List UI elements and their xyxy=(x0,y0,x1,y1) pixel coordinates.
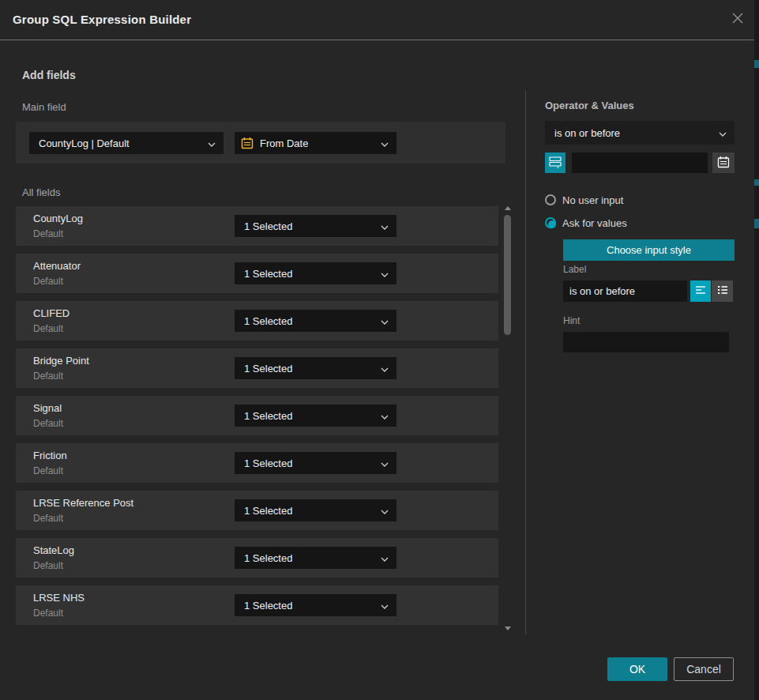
field-values-select[interactable]: 1 Selected xyxy=(235,405,396,427)
scrollbar-down-arrow[interactable] xyxy=(505,627,511,630)
field-name: Signal xyxy=(33,402,62,414)
field-layer-label: Default xyxy=(33,228,63,239)
field-row: Bridge Point Default 1 Selected xyxy=(16,348,498,388)
operator-select[interactable]: is on or before xyxy=(545,121,735,145)
field-values-select[interactable]: 1 Selected xyxy=(235,547,396,569)
background-app-strip xyxy=(754,0,759,700)
chevron-down-icon xyxy=(381,551,389,565)
dialog-titlebar: Group SQL Expression Builder xyxy=(0,0,754,40)
field-values-select-value: 1 Selected xyxy=(235,505,292,517)
background-fragment xyxy=(754,179,759,186)
close-button[interactable] xyxy=(728,10,747,29)
field-name: CLIFED xyxy=(33,307,70,319)
field-values-select[interactable]: 1 Selected xyxy=(235,594,396,616)
field-layer-label: Default xyxy=(33,513,63,524)
group-sql-expression-builder-dialog: Group SQL Expression Builder Add fields … xyxy=(0,0,759,700)
text-input-style-icon xyxy=(695,285,706,297)
field-row: CLIFED Default 1 Selected xyxy=(16,301,498,341)
field-name: Bridge Point xyxy=(33,355,89,367)
value-date-input[interactable] xyxy=(572,152,708,173)
field-values-select-value: 1 Selected xyxy=(235,410,292,422)
close-icon xyxy=(731,12,744,28)
field-values-select-value: 1 Selected xyxy=(235,315,292,327)
chevron-down-icon xyxy=(381,456,389,470)
dialog-title: Group SQL Expression Builder xyxy=(13,0,191,40)
radio-label: Ask for values xyxy=(562,217,627,229)
date-picker-button[interactable] xyxy=(712,152,735,173)
radio-no-user-input[interactable]: No user input xyxy=(545,194,623,206)
choose-input-style-button[interactable]: Choose input style xyxy=(563,239,735,261)
hint-input[interactable] xyxy=(563,332,729,352)
main-field-select-value: From Date xyxy=(254,137,308,149)
field-name: Attenuator xyxy=(33,260,81,272)
field-layer-label: Default xyxy=(33,371,63,382)
scrollbar-up-arrow[interactable] xyxy=(505,206,511,210)
field-values-select-value: 1 Selected xyxy=(235,457,292,469)
operator-select-value: is on or before xyxy=(545,127,620,139)
radio-circle-icon xyxy=(545,194,556,205)
chevron-down-icon xyxy=(381,314,389,328)
chevron-down-icon xyxy=(381,266,389,280)
chevron-down-icon xyxy=(381,503,389,517)
field-values-select[interactable]: 1 Selected xyxy=(235,215,396,237)
scrollbar-thumb[interactable] xyxy=(504,215,511,335)
field-layer-label: Default xyxy=(33,560,63,571)
input-style-text-button[interactable] xyxy=(690,280,711,302)
operator-values-heading: Operator & Values xyxy=(545,100,634,111)
field-values-select-value: 1 Selected xyxy=(235,268,292,280)
add-fields-heading: Add fields xyxy=(22,69,76,81)
field-values-select[interactable]: 1 Selected xyxy=(235,310,396,332)
all-fields-label: All fields xyxy=(22,186,60,198)
panel-divider xyxy=(525,91,526,634)
field-row: StateLog Default 1 Selected xyxy=(16,538,498,578)
chevron-down-icon xyxy=(381,361,389,375)
background-fragment xyxy=(754,219,759,228)
label-input[interactable] xyxy=(563,280,687,302)
field-row: Signal Default 1 Selected xyxy=(16,396,498,435)
chevron-down-icon xyxy=(381,219,389,233)
field-layer-label: Default xyxy=(33,608,63,619)
field-row: Attenuator Default 1 Selected xyxy=(16,254,498,293)
field-name: StateLog xyxy=(33,544,74,556)
chevron-down-icon xyxy=(381,598,389,612)
field-row: CountyLog Default 1 Selected xyxy=(16,206,498,246)
field-layer-label: Default xyxy=(33,276,63,287)
radio-label: No user input xyxy=(562,194,623,206)
cancel-button[interactable]: Cancel xyxy=(674,657,734,681)
unique-values-button[interactable] xyxy=(545,152,565,173)
field-values-select-value: 1 Selected xyxy=(235,363,292,374)
field-name: Friction xyxy=(33,450,67,461)
field-values-select-value: 1 Selected xyxy=(235,220,292,232)
field-row: LRSE Reference Post Default 1 Selected xyxy=(16,491,498,530)
label-field-label: Label xyxy=(563,264,586,275)
unique-values-icon xyxy=(549,156,562,171)
main-layer-select[interactable]: CountyLog | Default xyxy=(29,132,224,154)
chevron-down-icon xyxy=(208,136,216,150)
hint-field-label: Hint xyxy=(563,315,580,326)
calendar-icon xyxy=(241,137,254,149)
field-values-select[interactable]: 1 Selected xyxy=(235,452,396,474)
chevron-down-icon xyxy=(719,126,727,140)
field-name: LRSE Reference Post xyxy=(33,497,133,509)
list-input-style-button[interactable] xyxy=(712,280,733,302)
ok-button[interactable]: OK xyxy=(607,657,667,681)
field-values-select[interactable]: 1 Selected xyxy=(235,262,396,284)
background-fragment xyxy=(754,60,759,68)
calendar-icon xyxy=(717,156,730,171)
main-field-select[interactable]: From Date xyxy=(235,132,396,154)
field-row: LRSE NHS Default 1 Selected xyxy=(16,585,498,625)
field-values-select[interactable]: 1 Selected xyxy=(235,499,396,521)
field-row: Friction Default 1 Selected xyxy=(16,443,498,483)
field-values-select-value: 1 Selected xyxy=(235,552,292,564)
main-field-row: CountyLog | Default From Date xyxy=(16,122,505,164)
chevron-down-icon xyxy=(381,408,389,423)
field-layer-label: Default xyxy=(33,465,63,476)
field-layer-label: Default xyxy=(33,418,63,429)
main-layer-select-value: CountyLog | Default xyxy=(29,137,130,149)
radio-circle-icon xyxy=(545,217,556,228)
list-input-style-icon xyxy=(717,285,728,297)
field-name: CountyLog xyxy=(33,213,83,224)
field-values-select[interactable]: 1 Selected xyxy=(235,357,396,379)
radio-ask-for-values[interactable]: Ask for values xyxy=(545,216,627,229)
chevron-down-icon xyxy=(381,136,389,150)
